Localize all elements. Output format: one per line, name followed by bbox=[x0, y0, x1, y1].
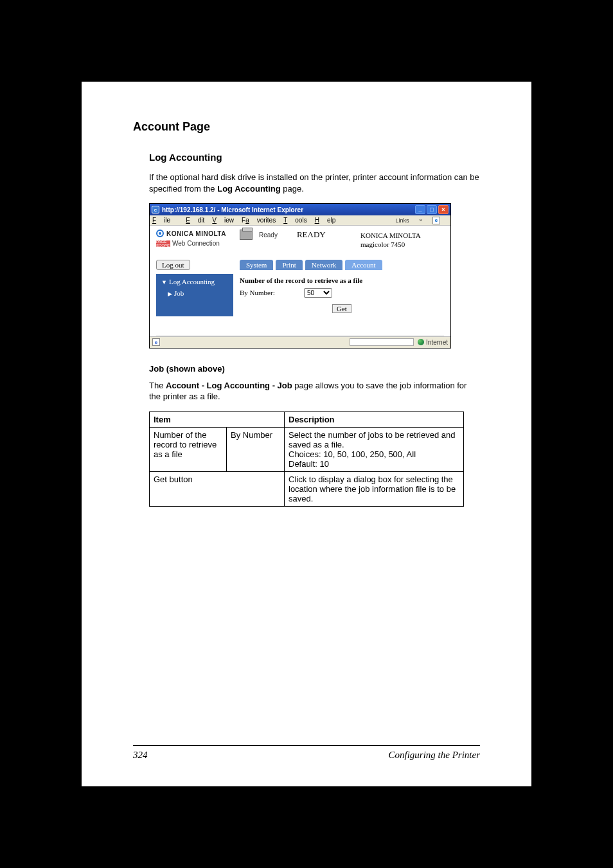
desc-line: Choices: 10, 50, 100, 250, 500, All bbox=[289, 449, 459, 459]
status-small: Ready bbox=[259, 231, 278, 239]
konica-minolta-logo-icon bbox=[156, 230, 164, 237]
browser-menubar: File Edit View Favorites Tools Help Link… bbox=[150, 215, 450, 226]
links-label[interactable]: Links bbox=[396, 217, 409, 224]
model-line2: magicolor 7450 bbox=[360, 240, 444, 249]
pagescope-row: PAGE SCOPE Web Connection bbox=[156, 240, 240, 247]
th-item: Item bbox=[150, 411, 285, 427]
section-title: Account Page bbox=[133, 120, 480, 134]
browser-screenshot: e http://192.168.1.2/ - Microsoft Intern… bbox=[149, 203, 451, 348]
statusbar-zone-label: Internet bbox=[426, 339, 448, 346]
table-row: Number of the record to retrieve as a fi… bbox=[150, 427, 464, 471]
by-number-select[interactable]: 50 bbox=[304, 288, 332, 298]
brand-logo-row: KONICA MINOLTA bbox=[156, 230, 240, 237]
window-titlebar: e http://192.168.1.2/ - Microsoft Intern… bbox=[150, 204, 450, 215]
by-number-label: By Number: bbox=[240, 289, 304, 296]
tab-account[interactable]: Account bbox=[345, 260, 382, 270]
statusbar-page-icon: e bbox=[152, 338, 160, 346]
job-desc-bold: Account - Log Accounting - Job bbox=[166, 381, 292, 390]
brand-name: KONICA MINOLTA bbox=[166, 230, 226, 237]
intro-text-1: If the optional hard disk drive is insta… bbox=[149, 172, 479, 194]
model-line1: KONICA MINOLTA bbox=[360, 231, 444, 240]
intro-bold: Log Accounting bbox=[217, 184, 280, 194]
cell-desc-1: Select the number of jobs to be retrieve… bbox=[285, 427, 464, 471]
job-description: The Account - Log Accounting - Job page … bbox=[149, 380, 480, 402]
job-desc-1: The bbox=[149, 381, 166, 390]
desc-line: Default: 10 bbox=[289, 459, 459, 469]
cell-item-1: Number of the record to retrieve as a fi… bbox=[150, 427, 227, 471]
logout-button[interactable]: Log out bbox=[156, 260, 190, 270]
tab-network[interactable]: Network bbox=[305, 260, 343, 270]
browser-statusbar: e Internet bbox=[150, 336, 450, 348]
cell-item-2: Get button bbox=[150, 471, 285, 506]
table-row: Get button Click to display a dialog box… bbox=[150, 471, 464, 506]
job-heading: Job (shown above) bbox=[149, 364, 480, 374]
status-big: READY bbox=[297, 230, 326, 240]
intro-text-2: page. bbox=[281, 184, 304, 194]
cell-desc-2: Click to display a dialog box for select… bbox=[285, 471, 464, 506]
page-number: 324 bbox=[133, 750, 148, 761]
pagescope-icon: PAGE SCOPE bbox=[156, 240, 170, 247]
subsection-title: Log Accounting bbox=[149, 152, 480, 163]
cell-subitem-1: By Number bbox=[227, 427, 285, 471]
statusbar-progress bbox=[350, 338, 414, 346]
triangle-right-icon: ▶ bbox=[168, 291, 172, 297]
sidebar: ▼Log Accounting ▶Job bbox=[156, 274, 233, 316]
sidebar-item-job[interactable]: ▶Job bbox=[161, 289, 228, 297]
window-minimize-button[interactable]: _ bbox=[415, 205, 425, 214]
menu-help[interactable]: Help bbox=[315, 217, 336, 224]
desc-line: Select the number of jobs to be retrieve… bbox=[289, 430, 459, 449]
get-button[interactable]: Get bbox=[332, 304, 351, 313]
th-description: Description bbox=[285, 411, 464, 427]
printer-icon bbox=[240, 230, 253, 240]
menu-favorites[interactable]: Favorites bbox=[242, 217, 276, 224]
panel-title: Number of the record to retrieve as a fi… bbox=[240, 276, 444, 284]
ie-icon: e bbox=[152, 206, 159, 213]
menu-tools[interactable]: Tools bbox=[283, 217, 306, 224]
triangle-down-icon: ▼ bbox=[161, 279, 167, 285]
internet-zone-icon bbox=[418, 339, 424, 345]
sidebar-header-log-accounting[interactable]: ▼Log Accounting bbox=[161, 278, 228, 285]
info-table: Item Description Number of the record to… bbox=[149, 411, 464, 507]
tab-print[interactable]: Print bbox=[276, 260, 302, 270]
menu-view[interactable]: View bbox=[212, 217, 234, 224]
menu-file[interactable]: File bbox=[152, 217, 178, 224]
tab-system[interactable]: System bbox=[240, 260, 273, 270]
menu-edit[interactable]: Edit bbox=[186, 217, 204, 224]
footer-title: Configuring the Printer bbox=[389, 750, 481, 761]
links-chevron-icon[interactable]: » bbox=[420, 217, 422, 223]
pagescope-label: Web Connection bbox=[172, 240, 220, 247]
window-close-button[interactable]: × bbox=[438, 205, 449, 214]
ie-throbber-icon: e bbox=[432, 217, 440, 224]
window-title: http://192.168.1.2/ - Microsoft Internet… bbox=[162, 206, 415, 213]
window-maximize-button[interactable]: □ bbox=[427, 205, 437, 214]
intro-paragraph: If the optional hard disk drive is insta… bbox=[149, 172, 480, 194]
